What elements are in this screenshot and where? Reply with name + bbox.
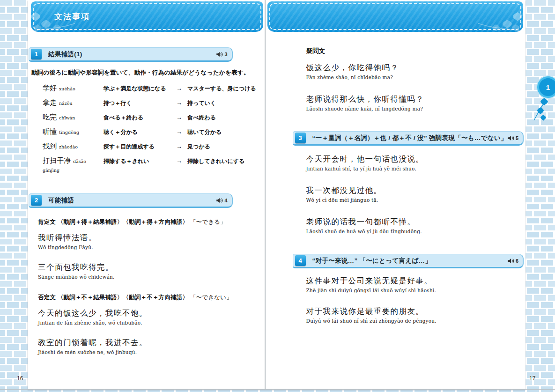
sentence-pinyin: Jīntiān de fàn zhème shǎo, wǒ chībubǎo. (38, 320, 265, 325)
audio-marker: 5 (507, 135, 518, 141)
audio-marker: 3 (216, 51, 227, 58)
audio-track-number: 3 (224, 52, 227, 57)
vocab-result: 掃除してきれいにする (187, 157, 265, 165)
audio-track-number: 4 (224, 198, 227, 203)
sentence-pinyin: Lǎoshī shuō de huà wǒ yí jù dōu tīngbudǒ… (306, 229, 525, 234)
left-page: 文法事項 1 結果補語(1) 3 動詞の後ろに動詞や形容詞を置いて、動作・行為の… (28, 0, 266, 389)
pattern-label: 否定文 (38, 294, 56, 301)
sentence-pinyin: Jīntiān kāihuì shí, tā yí jù huà yě méi … (306, 166, 525, 171)
section-header-2: 2 可能補語 4 (29, 193, 233, 208)
sentence-pinyin: Sānge miànbāo wǒ chīdewán. (38, 274, 265, 280)
sentence-pinyin: Zhè jiàn shì duìyú gōngsī lái shuō wúyí … (306, 288, 525, 293)
page-number-right: 17 (529, 375, 535, 382)
arrow-icon: → (176, 85, 187, 92)
example-sentence: 对于我来说你是最重要的朋友。 Duìyú wǒ lái shuō nǐ shì … (306, 306, 525, 324)
sentence-pinyin: Duìyú wǒ lái shuō nǐ shì zuì zhòngyào de… (306, 318, 525, 324)
vocab-result: マスターする、身につける (187, 85, 265, 93)
example-sentence: 老师说的话我一句都听不懂。 Lǎoshī shuō de huà wǒ yí j… (306, 217, 525, 234)
section-header-1: 1 結果補語(1) 3 (29, 47, 233, 62)
section-title: “对于〜来说…” 「〜にとって言えば…」 (312, 257, 432, 265)
pattern-label: 肯定文 (38, 219, 56, 225)
ivy-leaf-icon (472, 9, 523, 32)
example-sentence: 我一次都没见过他。 Wǒ yí cì dōu méi jiànguo tā. (306, 185, 525, 203)
example-sentence: 我听得懂法语。 Wǒ tīngdedǒng Fǎyǔ. (38, 233, 265, 250)
sentence-hanzi: 老师说的话我一句都听不懂。 (306, 217, 525, 227)
pattern-gloss: 「〜できない」 (190, 294, 232, 301)
section-title: 可能補語 (48, 196, 74, 205)
page-number-left: 16 (17, 375, 23, 382)
vocab-table: 学好xuéhǎo 学ぶ＋満足な状態になる → マスターする、身につける 拿走ná… (43, 84, 265, 174)
section-header-4: 4 “对于〜来说…” 「〜にとって言えば…」 6 (293, 254, 524, 268)
audio-marker: 4 (216, 197, 227, 204)
vocab-word: 吃完chīwán (43, 113, 104, 122)
right-page: 疑問文 饭这么少，你吃得饱吗？ Fàn zhème shǎo, nǐ chīde… (266, 0, 525, 389)
vocab-word: 打扫干净dǎsǎo gānjìng (43, 156, 104, 174)
vocab-meaning: 持つ＋行く (104, 99, 176, 107)
page-bottom-edge (0, 389, 555, 390)
vocab-meaning: 学ぶ＋満足な状態になる (104, 85, 176, 93)
sentence-hanzi: 我一次都没见过他。 (306, 185, 525, 196)
sentence-pinyin: Wǒ tīngdedǒng Fǎyǔ. (38, 244, 265, 250)
ivy-leaf-icon (532, 96, 555, 124)
sentence-hanzi: 老师说得那么快，你听得懂吗？ (306, 94, 525, 104)
vocab-meaning: 聴く＋分かる (104, 128, 176, 136)
section-number-badge: 2 (31, 195, 42, 206)
pattern-affirmative: 肯定文 〈動詞＋得＋結果補語〉〈動詞＋得＋方向補語〉 「〜できる」 (38, 218, 265, 226)
sentence-hanzi: 我听得懂法语。 (38, 233, 265, 243)
sentence-pinyin: Lǎoshī shuōde nàme kuài, nǐ tīngdedǒng m… (306, 106, 525, 111)
arrow-icon: → (176, 143, 187, 150)
audio-track-number: 5 (516, 135, 518, 141)
example-sentence: 老师说得那么快，你听得懂吗？ Lǎoshī shuōde nàme kuài, … (306, 94, 525, 111)
speaker-icon (507, 135, 514, 141)
sentence-hanzi: 这件事对于公司来说无疑是好事。 (306, 276, 525, 286)
vocab-result: 食べ終わる (187, 114, 265, 122)
example-sentence: 这件事对于公司来说无疑是好事。 Zhè jiàn shì duìyú gōngs… (306, 276, 525, 293)
book-spread: 文法事項 1 結果補語(1) 3 動詞の後ろに動詞や形容詞を置いて、動作・行為の… (28, 0, 525, 389)
chapter-tab: 1 (537, 76, 555, 98)
example-sentence: 今天开会时，他一句话也没说。 Jīntiān kāihuì shí, tā yí… (306, 154, 525, 171)
vocab-word: 找到zhǎodào (43, 142, 104, 151)
vocab-meaning: 食べる＋終わる (104, 114, 176, 122)
book-spread-background: { "banner": { "title": "文法事項" }, "chapte… (0, 0, 555, 392)
speaker-icon (216, 51, 223, 58)
vocab-result: 見つかる (187, 143, 265, 151)
question-form-label: 疑問文 (306, 47, 525, 55)
arrow-icon: → (176, 114, 187, 121)
sentence-pinyin: Fàn zhème shǎo, nǐ chīdebǎo ma? (306, 74, 525, 80)
vocab-meaning: 掃除する＋きれい (104, 157, 176, 165)
vocab-word: 听懂tīngdǒng (43, 127, 104, 136)
example-sentence: 今天的饭这么少，我吃不饱。 Jīntiān de fàn zhème shǎo,… (38, 308, 265, 325)
page-title: 文法事項 (54, 11, 90, 22)
vocab-word: 拿走názǒu (43, 98, 104, 107)
arrow-icon: → (176, 157, 187, 164)
section-title: 結果補語(1) (48, 50, 82, 59)
pattern-gloss: 「〜できる」 (190, 219, 226, 225)
section-number-badge: 1 (31, 49, 42, 59)
sentence-hanzi: 今天开会时，他一句话也没说。 (306, 154, 525, 164)
section-number-badge: 4 (295, 255, 306, 266)
arrow-icon: → (176, 99, 187, 106)
grammar-explanation: 動詞の後ろに動詞や形容詞を置いて、動作・行為の結果がどうなったかを表す。 (31, 69, 265, 77)
speaker-icon (507, 258, 514, 264)
example-sentence: 教室的门锁着呢，我进不去。 Jiàoshì de mén suǒzhe ne, … (38, 338, 265, 355)
sentence-hanzi: 三个面包我吃得完。 (38, 262, 265, 273)
vocab-word: 学好xuéhǎo (43, 84, 104, 93)
section-number-badge: 3 (295, 133, 306, 143)
section-title: “一＋量詞（＋名詞）＋也 / 都＋不 / 没” 強調表現「〜も…でない」 (312, 134, 507, 142)
vocab-meaning: 探す＋目的達成する (104, 143, 176, 151)
chapter-number: 1 (546, 83, 550, 91)
header-banner-left: 文法事項 (31, 1, 263, 32)
example-sentence: 三个面包我吃得完。 Sānge miànbāo wǒ chīdewán. (38, 262, 265, 280)
pattern-formula: 〈動詞＋不＋結果補語〉〈動詞＋不＋方向補語〉 (58, 294, 188, 301)
audio-track-number: 6 (516, 258, 518, 264)
pattern-formula: 〈動詞＋得＋結果補語〉〈動詞＋得＋方向補語〉 (58, 219, 188, 225)
sentence-hanzi: 饭这么少，你吃得饱吗？ (306, 63, 525, 73)
audio-marker: 6 (507, 258, 518, 264)
sentence-pinyin: Wǒ yí cì dōu méi jiànguo tā. (306, 197, 525, 203)
speaker-icon (216, 197, 223, 204)
sentence-hanzi: 对于我来说你是最重要的朋友。 (306, 306, 525, 317)
sentence-hanzi: 今天的饭这么少，我吃不饱。 (38, 308, 265, 318)
example-sentence: 饭这么少，你吃得饱吗？ Fàn zhème shǎo, nǐ chīdebǎo … (306, 63, 525, 80)
arrow-icon: → (176, 128, 187, 135)
pattern-negative: 否定文 〈動詞＋不＋結果補語〉〈動詞＋不＋方向補語〉 「〜できない」 (38, 294, 265, 302)
